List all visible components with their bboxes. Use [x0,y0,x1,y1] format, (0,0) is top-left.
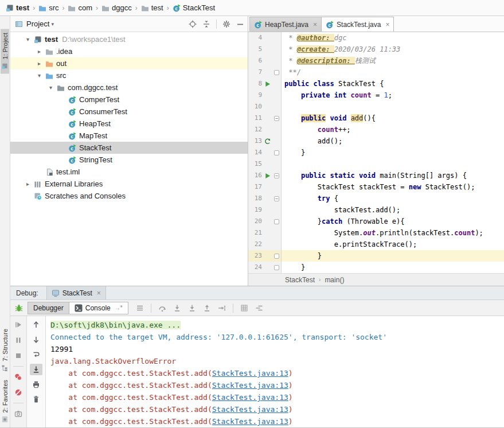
code-line-10[interactable]: 10 [248,101,504,112]
tree-item-stringtest[interactable]: cStringTest [10,154,248,166]
code-line-4[interactable]: 4 * @author: dgc [248,32,504,44]
stack-trace-link[interactable]: StackTest.java:13 [212,381,288,390]
debug-tab-debugger[interactable]: Debugger [28,302,69,314]
fold-marker-icon[interactable] [274,219,279,224]
print-icon[interactable] [30,379,42,390]
code-line-17[interactable]: 17 StackTest stackTest = new StackTest()… [248,181,504,193]
menu-icon[interactable] [136,304,144,312]
code-line-23[interactable]: 23 } [248,250,504,262]
editor-breadcrumb-item-main[interactable]: main() [325,276,344,284]
code-line-5[interactable]: 5 * @create: 2020/03/26 11:33 [248,44,504,55]
tree-item-test-iml[interactable]: test.iml [10,166,248,178]
stack-trace-link[interactable]: StackTest.java:13 [212,417,288,426]
debug-tab-console[interactable]: Console→* [69,302,128,314]
editor-breadcrumb-item-stacktest[interactable]: StackTest [285,276,315,284]
force-step-into-icon[interactable] [188,304,196,312]
tree-collapsed-arrow-icon[interactable]: ▸ [34,48,44,55]
fold-marker-icon[interactable]: − [274,173,279,178]
resume-icon[interactable] [12,319,25,330]
tree-expanded-arrow-icon[interactable]: ▾ [23,36,33,42]
code-line-16[interactable]: 16− public static void main(String[] arg… [248,170,504,181]
collapse-all-icon[interactable] [202,20,210,28]
tree-item-idea[interactable]: ▸.idea [10,45,248,57]
locate-icon[interactable] [189,20,197,28]
breadcrumb-item-stacktest[interactable]: cStackTest [171,3,216,12]
layout-icon[interactable] [255,304,263,312]
editor-tab-heaptest-java[interactable]: cHeapTest.java× [249,17,322,32]
fold-marker-icon[interactable]: − [274,196,279,201]
fold-marker-icon[interactable]: − [274,116,279,121]
code-line-8[interactable]: 8public class StackTest { [248,78,504,90]
breadcrumb-item-test[interactable]: test [5,3,30,12]
pin-icon[interactable]: →* [115,305,123,311]
tree-item-external-libraries[interactable]: ▸External Libraries [10,178,248,190]
code-line-22[interactable]: 22 e.printStackTrace(); [248,239,504,250]
up-icon[interactable] [30,319,42,330]
project-panel-title[interactable]: Project [26,20,49,28]
tool-window-button-2-favorites[interactable]: 2: Favorites [1,376,9,427]
tree-expanded-arrow-icon[interactable]: ▾ [46,84,56,91]
fold-marker-icon[interactable] [274,254,279,259]
code-line-9[interactable]: 9 private int count = 1; [248,90,504,101]
camera-icon[interactable] [12,408,25,419]
close-icon[interactable]: × [385,21,389,29]
tree-item-src[interactable]: ▾src [10,69,248,81]
code-line-7[interactable]: 7 **/ [248,67,504,78]
tree-item-test[interactable]: ▾testD:\workspace1\test [10,33,248,45]
tool-window-button-7-structure[interactable]: 7: Structure [1,325,9,376]
tree-item-com-dggcc-test[interactable]: ▾com.dggcc.test [10,81,248,94]
down-icon[interactable] [30,334,42,345]
code-line-13[interactable]: 13 add(); [248,135,504,147]
tree-item-compertest[interactable]: cComperTest [10,94,248,106]
breadcrumb-item-src[interactable]: src [37,3,60,12]
close-icon[interactable]: × [313,21,317,29]
tree-item-out[interactable]: ▸out [10,57,248,69]
pause-icon[interactable] [12,334,25,346]
tree-item-scratches-and-consoles[interactable]: Scratches and Consoles [10,190,248,202]
code-line-19[interactable]: 19 stackTest.add(); [248,204,504,216]
tree-item-heaptest[interactable]: cHeapTest [10,118,248,130]
settings-icon[interactable] [222,20,230,28]
tree-item-maptest[interactable]: cMapTest [10,130,248,142]
soft-wrap-icon[interactable] [30,349,42,360]
code-line-15[interactable]: 15 [248,158,504,170]
tree-expanded-arrow-icon[interactable]: ▾ [34,72,44,79]
code-line-21[interactable]: 21 System.out.println(stackTest.count); [248,227,504,239]
tree-collapsed-arrow-icon[interactable]: ▸ [34,60,44,67]
hide-icon[interactable] [236,20,244,28]
tree-collapsed-arrow-icon[interactable]: ▸ [23,181,33,187]
code-line-11[interactable]: 11− public void add(){ [248,112,504,124]
tool-window-button-1-project[interactable]: 1: Project [1,29,9,73]
fold-marker-icon[interactable] [274,265,279,270]
code-line-24[interactable]: 24 } [248,262,504,273]
run-to-cursor-icon[interactable] [218,304,226,312]
breadcrumb-item-dggcc[interactable]: dggcc [100,3,133,12]
scroll-end-icon[interactable] [30,364,42,375]
code-line-12[interactable]: 12 count++; [248,124,504,135]
step-out-icon[interactable] [203,304,211,312]
stack-trace-link[interactable]: StackTest.java:13 [212,405,288,414]
step-into-icon[interactable] [173,304,181,312]
mute-breakpoints-icon[interactable] [12,387,25,398]
debug-session-tab[interactable]: StackTest× [46,286,106,299]
clear-icon[interactable] [30,394,42,405]
close-icon[interactable]: × [97,289,101,297]
stop-icon[interactable] [12,350,25,361]
breadcrumb-item-com[interactable]: com [67,3,93,12]
breakpoints-icon[interactable] [12,371,25,383]
chevron-down-icon[interactable]: ▾ [51,21,54,27]
stack-trace-link[interactable]: StackTest.java:13 [212,369,288,378]
tree-item-consumertest[interactable]: cConsumerTest [10,106,248,118]
code-line-20[interactable]: 20 }catch (Throwable e){ [248,216,504,227]
code-line-6[interactable]: 6 * @description: 栈测试 [248,55,504,67]
fold-marker-icon[interactable] [274,70,279,75]
console-output[interactable]: D:\soft\jdk8\bin\java.exe ...Connected t… [46,316,504,428]
run-icon[interactable] [264,80,271,88]
breadcrumb-item-test[interactable]: test [140,3,165,12]
run-icon[interactable] [264,172,271,180]
code-line-18[interactable]: 18− try { [248,193,504,204]
step-over-icon[interactable] [158,304,166,312]
code-area[interactable]: 4 * @author: dgc5 * @create: 2020/03/26 … [248,32,504,273]
tree-item-stacktest[interactable]: cStackTest [10,142,248,154]
view-breakpoints-icon[interactable] [240,304,248,312]
